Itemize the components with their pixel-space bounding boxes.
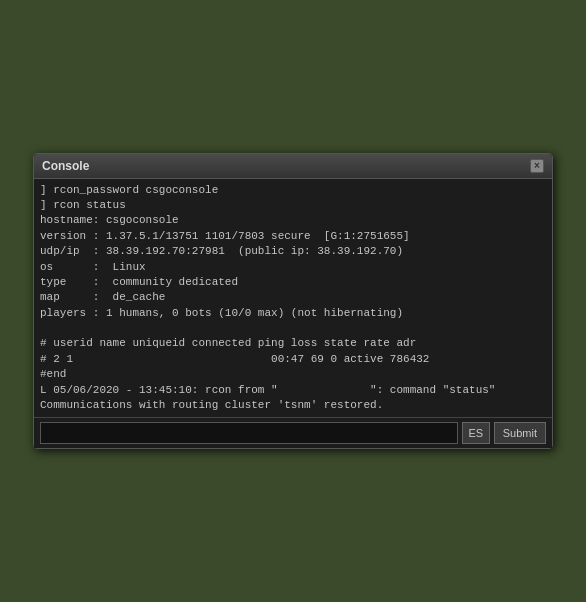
submit-button[interactable]: Submit: [494, 422, 546, 444]
close-button[interactable]: ×: [530, 159, 544, 173]
console-window: Console × ] rcon_password csgoconsole ] …: [33, 153, 553, 450]
console-output: ] rcon_password csgoconsole ] rcon statu…: [40, 183, 546, 414]
title-bar: Console ×: [34, 154, 552, 179]
window-title: Console: [42, 159, 89, 173]
console-input[interactable]: [40, 422, 458, 444]
es-button[interactable]: ES: [462, 422, 490, 444]
console-input-row: ES Submit: [34, 417, 552, 448]
console-output-container[interactable]: ] rcon_password csgoconsole ] rcon statu…: [34, 179, 552, 418]
